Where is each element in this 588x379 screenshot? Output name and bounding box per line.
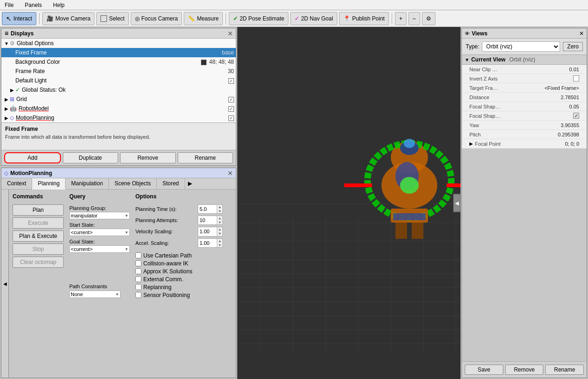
viewport[interactable]: ◀ — [237, 27, 461, 379]
duplicate-button[interactable]: Duplicate — [63, 152, 119, 163]
start-state-input[interactable] — [71, 230, 125, 235]
views-close-button[interactable]: ✕ — [579, 30, 584, 37]
measure-button[interactable]: 📏 Measure — [184, 12, 223, 25]
path-constraints-input[interactable] — [71, 291, 115, 297]
background-color-item[interactable]: Background Color 48; 48; 48 — [1, 57, 236, 67]
target-frame-row[interactable]: Target Fra… <Fixed Frame> — [462, 83, 587, 93]
goal-state-arrow[interactable]: ▼ — [125, 247, 128, 251]
rename-button[interactable]: Rename — [178, 152, 234, 163]
planning-time-down[interactable]: ▼ — [217, 209, 222, 213]
views-remove-button[interactable]: Remove — [505, 365, 544, 375]
goal-state-combo[interactable]: ▼ — [69, 245, 130, 253]
planning-attempts-down[interactable]: ▼ — [217, 220, 222, 224]
invert-z-checkbox[interactable] — [573, 75, 579, 81]
planning-time-up[interactable]: ▲ — [217, 205, 222, 209]
planning-group-input[interactable] — [71, 213, 125, 218]
start-state-combo[interactable]: ▼ — [69, 229, 130, 236]
fixed-frame-item[interactable]: Fixed Frame base — [1, 48, 236, 57]
views-save-button[interactable]: Save — [465, 365, 503, 375]
settings-button[interactable]: ⚙ — [422, 12, 435, 25]
focal-shape-1-row[interactable]: Focal Shap… 0.05 — [462, 102, 587, 111]
plus-button[interactable]: + — [395, 12, 407, 25]
global-status-item[interactable]: ▶ ✓ Global Status: Ok — [1, 85, 236, 95]
pitch-row[interactable]: Pitch 0.295398 — [462, 130, 587, 139]
nav-goal-button[interactable]: ✓ 2D Nav Goal — [290, 12, 337, 25]
planning-group-arrow[interactable]: ▼ — [125, 214, 128, 218]
velocity-scaling-up[interactable]: ▲ — [217, 227, 222, 231]
grid-expander[interactable]: ▶ — [3, 97, 10, 102]
focal-shape-2-checkbox[interactable]: ✓ — [573, 113, 579, 119]
global-status-expander[interactable]: ▶ — [9, 88, 15, 93]
planning-attempts-up[interactable]: ▲ — [217, 216, 222, 220]
accel-scaling-down[interactable]: ▼ — [217, 243, 222, 247]
accel-scaling-spinbox[interactable]: ▲ ▼ — [198, 238, 223, 248]
minus-button[interactable]: – — [408, 12, 420, 25]
add-button[interactable]: Add — [4, 152, 61, 163]
velocity-scaling-spinbox[interactable]: ▲ ▼ — [198, 227, 223, 236]
robot-model-item[interactable]: ▶ 🤖 RobotModel ✓ — [1, 104, 236, 113]
clear-octomap-button[interactable]: Clear octomap — [13, 257, 64, 268]
move-camera-button[interactable]: 🎥 Move Camera — [42, 12, 94, 25]
velocity-scaling-input[interactable] — [198, 228, 217, 235]
select-button[interactable]: Select — [96, 12, 128, 25]
left-collapse-arrow[interactable]: ◀ — [1, 190, 9, 378]
current-view-header[interactable]: ▼ Current View Orbit (rviz) — [462, 55, 587, 65]
goal-state-input[interactable] — [71, 246, 125, 252]
planning-group-combo[interactable]: ▼ — [69, 212, 130, 219]
robot-model-expander[interactable]: ▶ — [3, 106, 10, 111]
accel-scaling-up[interactable]: ▲ — [217, 239, 222, 243]
menu-panels[interactable]: Panels — [22, 1, 45, 9]
near-clip-row[interactable]: Near Clip … 0.01 — [462, 65, 587, 74]
default-light-checkbox[interactable]: ✓ — [228, 78, 234, 84]
motion-panel-close-button[interactable]: ✕ — [227, 169, 233, 177]
focal-point-expander[interactable]: ▶ — [469, 141, 473, 146]
invert-z-row[interactable]: Invert Z Axis — [462, 74, 587, 83]
publish-point-button[interactable]: 📍 Publish Point — [339, 12, 389, 25]
sensor-positioning-checkbox[interactable] — [135, 292, 141, 298]
planning-time-spinbox[interactable]: ▲ ▼ — [198, 204, 223, 214]
focal-shape-2-row[interactable]: Focal Shap… ✓ — [462, 111, 587, 121]
focus-camera-button[interactable]: ◎ Focus Camera — [131, 12, 182, 25]
frame-rate-item[interactable]: Frame Rate 30 — [1, 67, 236, 76]
tab-context[interactable]: Context — [1, 178, 32, 189]
plan-execute-button[interactable]: Plan & Execute — [13, 230, 64, 242]
planning-attempts-input[interactable] — [198, 217, 217, 223]
default-light-item[interactable]: Default Light ✓ — [1, 76, 236, 85]
accel-scaling-input[interactable] — [198, 240, 217, 246]
tab-scene-objects[interactable]: Scene Objects — [109, 178, 157, 189]
replanning-checkbox[interactable] — [135, 284, 141, 290]
tab-more-button[interactable]: ▶ — [185, 178, 195, 189]
pose-estimate-button[interactable]: ✓ 2D Pose Estimate — [229, 12, 288, 25]
planning-attempts-spinbox[interactable]: ▲ ▼ — [198, 216, 223, 225]
tab-planning[interactable]: Planning — [32, 178, 66, 190]
views-rename-button[interactable]: Rename — [545, 365, 584, 375]
collision-aware-checkbox[interactable] — [135, 260, 141, 266]
velocity-scaling-down[interactable]: ▼ — [217, 231, 222, 236]
motion-planning-expander[interactable]: ▶ — [3, 115, 10, 121]
current-view-expander[interactable]: ▼ — [465, 57, 469, 62]
grid-item[interactable]: ▶ ⊞ Grid ✓ — [1, 95, 236, 104]
views-zero-button[interactable]: Zero — [563, 42, 583, 51]
menu-help[interactable]: Help — [50, 1, 67, 9]
focal-point-row[interactable]: ▶ Focal Point 0; 0; 0 — [462, 139, 587, 149]
external-comm-checkbox[interactable] — [135, 276, 141, 282]
interact-button[interactable]: ↖ Interact — [2, 12, 36, 25]
color-swatch[interactable] — [201, 60, 207, 65]
start-state-arrow[interactable]: ▼ — [125, 230, 128, 235]
views-type-select[interactable]: Orbit (rviz) FPS Top Down — [482, 41, 560, 52]
viewport-right-arrow[interactable]: ◀ — [453, 194, 461, 212]
global-options-expander[interactable]: ▼ — [3, 41, 10, 46]
displays-close-button[interactable]: ✕ — [227, 30, 233, 37]
path-constraints-combo[interactable]: ▼ — [69, 291, 120, 298]
distance-row[interactable]: Distance 2.78501 — [462, 93, 587, 102]
tab-stored[interactable]: Stored — [157, 178, 185, 189]
motion-planning-display-item[interactable]: ▶ ◇ MotionPlanning ✓ — [1, 113, 236, 122]
menu-file[interactable]: File — [2, 1, 16, 9]
stop-button[interactable]: Stop — [13, 244, 64, 255]
tab-manipulation[interactable]: Manipulation — [66, 178, 109, 189]
remove-button[interactable]: Remove — [120, 152, 176, 163]
path-constraints-arrow[interactable]: ▼ — [115, 292, 119, 297]
execute-button[interactable]: Execute — [13, 217, 64, 229]
approx-ik-checkbox[interactable] — [135, 268, 141, 274]
global-options-item[interactable]: ▼ ⚙ Global Options — [1, 39, 236, 48]
